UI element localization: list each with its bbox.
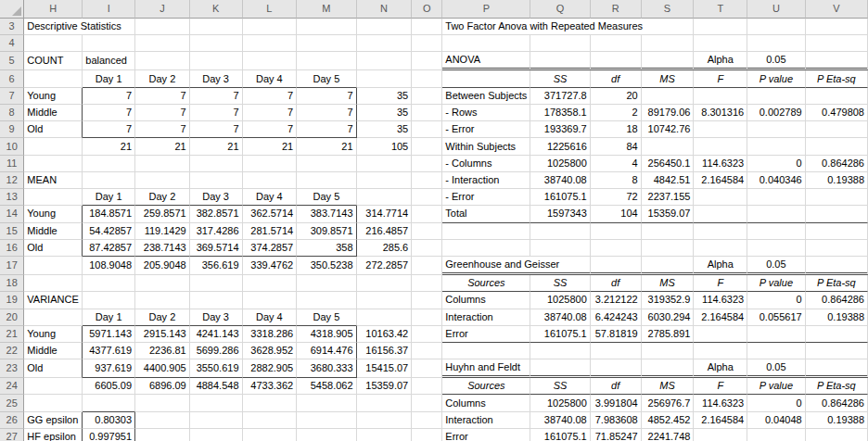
cell-V18[interactable]: P Eta-sq (806, 275, 868, 292)
cell-K27[interactable] (190, 429, 243, 441)
cell-T26[interactable]: 2.164584 (694, 412, 747, 429)
cell-R6[interactable]: df (591, 70, 642, 87)
cell-T24[interactable]: F (694, 378, 747, 395)
cell-M17[interactable]: 350.5238 (297, 257, 356, 275)
cell-U19[interactable]: 0 (747, 292, 805, 309)
cell-N6[interactable] (357, 70, 413, 87)
cell-H8[interactable]: Middle (24, 105, 83, 121)
cell-J11[interactable] (135, 156, 190, 172)
cell-J20[interactable]: Day 2 (135, 309, 190, 326)
cell-P3[interactable]: Two Factor Anova with Repeated Measures (442, 19, 694, 35)
row-header-4[interactable]: 4 (0, 35, 24, 52)
cell-O17[interactable] (412, 257, 442, 275)
cell-L6[interactable]: Day 4 (243, 70, 298, 87)
cell-M11[interactable] (297, 156, 356, 172)
row-header-10[interactable]: 10 (0, 138, 24, 155)
cell-V16[interactable] (806, 240, 868, 257)
cell-M8[interactable]: 7 (297, 105, 356, 121)
cell-O10[interactable] (412, 138, 442, 155)
cell-S16[interactable] (642, 240, 695, 257)
cell-V9[interactable] (806, 121, 868, 138)
cell-H16[interactable]: Old (24, 240, 83, 257)
row-header-24[interactable]: 24 (0, 378, 24, 395)
cell-K10[interactable]: 21 (190, 138, 243, 155)
cell-T5[interactable]: Alpha (694, 52, 747, 70)
cell-J5[interactable] (135, 52, 190, 70)
cell-P23[interactable]: Huyhn and Feldt (442, 359, 530, 378)
cell-Q18[interactable]: SS (530, 275, 590, 292)
cell-K11[interactable] (190, 156, 243, 172)
cell-K5[interactable] (190, 52, 243, 70)
cell-S18[interactable]: MS (642, 275, 695, 292)
cell-L5[interactable] (243, 52, 298, 70)
cell-I22[interactable]: 4377.619 (83, 343, 135, 359)
cell-K19[interactable] (190, 292, 243, 309)
cell-I25[interactable] (83, 395, 135, 411)
cell-L15[interactable]: 281.5714 (243, 223, 298, 240)
cell-R20[interactable]: 6.424243 (591, 309, 642, 326)
cell-H4[interactable] (24, 35, 83, 52)
row-header-3[interactable]: 3 (0, 19, 24, 35)
cell-T7[interactable] (694, 88, 747, 105)
cell-M26[interactable] (297, 412, 356, 429)
cell-N24[interactable]: 15359.07 (357, 378, 413, 395)
cell-P22[interactable] (442, 343, 530, 359)
cell-M25[interactable] (297, 395, 356, 411)
cell-R18[interactable]: df (591, 275, 642, 292)
cell-V6[interactable]: P Eta-sq (806, 70, 868, 87)
column-header-U[interactable]: U (747, 0, 805, 19)
cell-L3[interactable] (243, 19, 298, 35)
cell-P12[interactable]: - Interaction (442, 172, 530, 189)
cell-N20[interactable] (357, 309, 413, 326)
cell-J19[interactable] (135, 292, 190, 309)
cell-J8[interactable]: 7 (135, 105, 190, 121)
cell-R13[interactable]: 72 (591, 189, 642, 206)
cell-Q19[interactable]: 1025800 (530, 292, 590, 309)
cell-T20[interactable]: 2.164584 (694, 309, 747, 326)
cell-M12[interactable] (297, 172, 356, 189)
cell-L27[interactable] (243, 429, 298, 441)
row-header-25[interactable]: 25 (0, 395, 24, 411)
cell-M5[interactable] (297, 52, 356, 70)
cell-J21[interactable]: 2915.143 (135, 326, 190, 343)
cell-J14[interactable]: 259.8571 (135, 206, 190, 222)
cell-R12[interactable]: 8 (591, 172, 642, 189)
cell-I13[interactable]: Day 1 (83, 189, 135, 206)
cell-R17[interactable] (591, 257, 642, 275)
cell-I14[interactable]: 184.8571 (83, 206, 135, 222)
cell-V21[interactable] (806, 326, 868, 343)
cell-S12[interactable]: 4842.51 (642, 172, 695, 189)
cell-O25[interactable] (412, 395, 442, 411)
cell-U16[interactable] (747, 240, 805, 257)
cell-H13[interactable] (24, 189, 83, 206)
cell-J16[interactable]: 238.7143 (135, 240, 190, 257)
cell-J3[interactable] (135, 19, 190, 35)
row-header-6[interactable]: 6 (0, 70, 24, 87)
cell-Q14[interactable]: 1597343 (530, 206, 590, 222)
cell-V14[interactable] (806, 206, 868, 222)
cell-V17[interactable] (806, 257, 868, 275)
cell-T23[interactable]: Alpha (694, 359, 747, 378)
cell-L7[interactable]: 7 (243, 88, 298, 105)
cell-Q26[interactable]: 38740.08 (530, 412, 590, 429)
cell-L11[interactable] (243, 156, 298, 172)
cell-N21[interactable]: 10163.42 (357, 326, 413, 343)
cell-P4[interactable] (442, 35, 530, 52)
cell-P25[interactable]: Columns (442, 395, 530, 411)
cell-O20[interactable] (412, 309, 442, 326)
cell-N10[interactable]: 105 (357, 138, 413, 155)
cell-S10[interactable] (642, 138, 695, 155)
cell-N19[interactable] (357, 292, 413, 309)
cell-M4[interactable] (297, 35, 356, 52)
cell-R14[interactable]: 104 (591, 206, 642, 222)
cell-L8[interactable]: 7 (243, 105, 298, 121)
cell-K16[interactable]: 369.5714 (190, 240, 243, 257)
cell-H25[interactable] (24, 395, 83, 411)
cell-S8[interactable]: 89179.06 (642, 105, 695, 121)
cell-L14[interactable]: 362.5714 (243, 206, 298, 222)
cell-J10[interactable]: 21 (135, 138, 190, 155)
cell-H26[interactable]: GG epsilon (24, 412, 83, 429)
column-header-L[interactable]: L (243, 0, 298, 19)
cell-T25[interactable]: 114.6323 (694, 395, 747, 411)
cell-N23[interactable]: 15415.07 (357, 359, 413, 378)
